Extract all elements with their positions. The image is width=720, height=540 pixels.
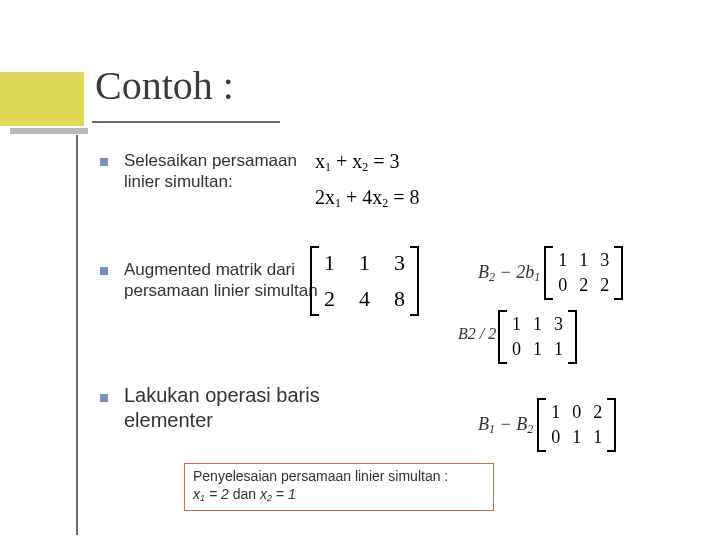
matrix-cell: 1 <box>359 250 370 276</box>
matrix-cell: 0 <box>512 339 521 360</box>
bullet-square-icon <box>100 267 108 275</box>
row-op-result-3: B1 − B2 1 0 0 1 2 1 <box>478 398 616 452</box>
eq-text: + 4x <box>341 186 382 208</box>
bullet-text: Augmented matrik dari persamaan linier s… <box>124 259 324 302</box>
title-accent-block <box>0 72 84 126</box>
equation-2: 2x1 + 4x2 = 8 <box>315 186 420 211</box>
solution-heading: Penyelesaian persamaan linier simultan : <box>193 467 485 485</box>
matrix-cell: 4 <box>359 286 370 312</box>
matrix-cell: 1 <box>512 314 521 335</box>
row-op-label: B2 / 2 <box>458 325 496 343</box>
row-op-label: B2 − 2b1 <box>478 262 540 285</box>
matrix-cell: 2 <box>593 402 602 423</box>
bullet-square-icon <box>100 158 108 166</box>
title-shadow <box>10 128 88 134</box>
matrix-cell: 1 <box>593 427 602 448</box>
matrix-cell: 1 <box>572 427 581 448</box>
bullet-text: Selesaikan persamaan linier simultan: <box>124 150 324 193</box>
augmented-matrix: 1 2 1 4 3 8 <box>310 246 419 316</box>
matrix-cell: 1 <box>579 250 588 271</box>
matrix-cell: 0 <box>558 275 567 296</box>
matrix-cell: 3 <box>600 250 609 271</box>
row-op-result-2: 1 0 1 1 3 1 <box>498 310 577 364</box>
matrix-cell: 3 <box>394 250 405 276</box>
matrix-cell: 1 <box>324 250 335 276</box>
matrix-cell: 2 <box>579 275 588 296</box>
solution-box: Penyelesaian persamaan linier simultan :… <box>184 463 494 511</box>
matrix-cell: 1 <box>533 339 542 360</box>
row-op-label: B1 − B2 <box>478 414 533 437</box>
matrix-cell: 0 <box>572 402 581 423</box>
eq-text: + x <box>331 150 362 172</box>
eq-text: = 8 <box>388 186 419 208</box>
matrix-cell: 8 <box>394 286 405 312</box>
matrix-cell: 1 <box>551 402 560 423</box>
matrix-cell: 3 <box>554 314 563 335</box>
eq-text: x <box>315 150 325 172</box>
slide-title: Contoh : <box>95 62 234 109</box>
equation-1: x1 + x2 = 3 <box>315 150 400 175</box>
matrix-cell: 0 <box>551 427 560 448</box>
matrix-cell: 1 <box>554 339 563 360</box>
vertical-rule <box>76 135 78 535</box>
bullet-square-icon <box>100 394 108 402</box>
matrix-cell: 1 <box>558 250 567 271</box>
row-op-result-1: B2 − 2b1 1 0 1 2 3 2 <box>478 246 623 300</box>
matrix-cell: 2 <box>600 275 609 296</box>
matrix-cell: 1 <box>533 314 542 335</box>
title-underline <box>92 121 280 123</box>
eq-text: 2x <box>315 186 335 208</box>
matrix-cell: 2 <box>324 286 335 312</box>
solution-values: x1 = 2 dan x2 = 1 <box>193 485 485 505</box>
bullet-text: Lakukan operasi baris elementer <box>124 383 334 433</box>
eq-text: = 3 <box>368 150 399 172</box>
